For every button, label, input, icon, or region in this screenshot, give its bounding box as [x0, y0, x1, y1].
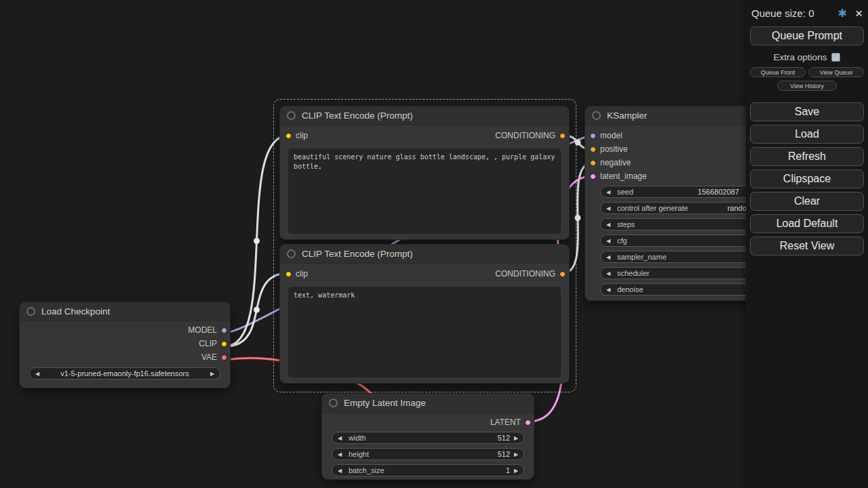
slot-label: MODEL — [188, 325, 217, 335]
slot-label: LATENT — [490, 418, 521, 427]
arrow-right-icon[interactable]: ▶ — [513, 451, 519, 458]
arrow-left-icon[interactable]: ◀ — [34, 371, 41, 377]
slot-label: CLIP — [199, 339, 217, 348]
output-slot-vae: VAE — [201, 350, 227, 364]
input-dot-latent-image[interactable] — [590, 174, 596, 180]
arrow-left-icon[interactable]: ◀ — [605, 189, 612, 195]
node-graph-canvas[interactable]: Load Checkpoint MODEL CLIP VAE ◀ v1-5-pr… — [0, 0, 868, 488]
positive-prompt-textarea[interactable]: beautiful scenery nature glass bottle la… — [288, 148, 561, 234]
output-dot-conditioning[interactable] — [559, 271, 566, 277]
arrow-left-icon[interactable]: ◀ — [336, 435, 343, 441]
node-clip-text-encode-positive[interactable]: CLIP Text Encode (Prompt) clip CONDITION… — [279, 106, 570, 240]
output-dot-vae[interactable] — [221, 354, 227, 361]
node-title: CLIP Text Encode (Prompt) — [302, 249, 413, 259]
widget-name: cfg — [617, 237, 627, 245]
node-title-bar[interactable]: CLIP Text Encode (Prompt) — [280, 106, 569, 125]
widget-value: 1566802087 — [698, 188, 739, 196]
widget-name: control after generate — [617, 204, 688, 212]
node-title-bar[interactable]: Load Checkpoint — [20, 302, 230, 321]
collapse-dot-icon[interactable] — [26, 307, 35, 316]
view-queue-button[interactable]: View Queue — [808, 67, 864, 77]
slot-label: positive — [600, 144, 628, 154]
widget-name: sampler_name — [617, 253, 667, 261]
arrow-left-icon[interactable]: ◀ — [605, 222, 612, 228]
node-load-checkpoint[interactable]: Load Checkpoint MODEL CLIP VAE ◀ v1-5-pr… — [19, 302, 231, 388]
arrow-left-icon[interactable]: ◀ — [336, 451, 343, 458]
collapse-dot-icon[interactable] — [287, 249, 296, 258]
comfy-menu-panel: Queue size: 0 ✱ × Queue Prompt Extra opt… — [746, 0, 868, 488]
queue-front-button[interactable]: Queue Front — [750, 67, 806, 77]
negative-prompt-textarea[interactable]: text, watermark — [288, 287, 561, 378]
widget-value: 512 — [498, 450, 510, 458]
arrow-right-icon[interactable]: ▶ — [513, 435, 519, 441]
arrow-left-icon[interactable]: ◀ — [605, 270, 612, 277]
arrow-left-icon[interactable]: ◀ — [605, 287, 612, 293]
node-clip-text-encode-negative[interactable]: CLIP Text Encode (Prompt) clip CONDITION… — [279, 244, 570, 384]
input-slot-clip: clip — [285, 267, 308, 281]
input-dot-negative[interactable] — [590, 160, 596, 166]
slot-label: latent_image — [600, 171, 647, 181]
output-dot-latent[interactable] — [525, 420, 531, 426]
widget-name: seed — [617, 188, 633, 196]
output-slot-latent: LATENT — [490, 415, 531, 429]
node-title: Load Checkpoint — [41, 306, 110, 317]
widget-value: 512 — [498, 434, 510, 442]
node-title: Empty Latent Image — [344, 398, 426, 408]
output-dot-clip[interactable] — [221, 341, 227, 347]
queue-size-label: Queue size: 0 — [751, 7, 814, 19]
output-slot-model: MODEL — [188, 323, 227, 337]
extra-options-checkbox[interactable] — [831, 53, 840, 62]
node-empty-latent-image[interactable]: Empty Latent Image LATENT ◀ width 512 ▶ … — [321, 393, 534, 480]
node-title-bar[interactable]: Empty Latent Image — [322, 394, 534, 413]
widget-name: batch_size — [349, 466, 384, 474]
widget-name: denoise — [617, 285, 644, 293]
output-slot-conditioning: CONDITIONING — [495, 267, 566, 281]
input-slot-negative: negative — [590, 156, 631, 169]
arrow-right-icon[interactable]: ▶ — [513, 468, 519, 474]
input-dot-clip[interactable] — [285, 271, 292, 277]
height-widget[interactable]: ◀ height 512 ▶ — [332, 448, 524, 460]
collapse-dot-icon[interactable] — [287, 111, 296, 120]
refresh-button[interactable]: Refresh — [750, 147, 864, 166]
settings-icon[interactable]: ✱ — [837, 7, 846, 20]
collapse-dot-icon[interactable] — [592, 111, 601, 120]
input-dot-clip[interactable] — [285, 133, 292, 139]
link-midpoint-dot — [254, 238, 260, 244]
widget-value: 1 — [506, 466, 510, 474]
clear-button[interactable]: Clear — [750, 192, 864, 211]
width-widget[interactable]: ◀ width 512 ▶ — [332, 432, 524, 444]
arrow-right-icon[interactable]: ▶ — [209, 371, 216, 377]
input-dot-positive[interactable] — [590, 146, 596, 152]
save-button[interactable]: Save — [750, 102, 864, 121]
clipspace-button[interactable]: Clipspace — [750, 169, 864, 188]
collapse-dot-icon[interactable] — [329, 399, 338, 407]
ckpt-name-widget[interactable]: ◀ v1-5-pruned-emaonly-fp16.safetensors ▶ — [29, 367, 220, 380]
input-slot-clip: clip — [285, 129, 308, 142]
widget-name: scheduler — [617, 269, 650, 277]
arrow-left-icon[interactable]: ◀ — [605, 254, 612, 260]
batch-size-widget[interactable]: ◀ batch_size 1 ▶ — [332, 464, 524, 476]
arrow-left-icon[interactable]: ◀ — [605, 205, 612, 211]
output-dot-model[interactable] — [221, 327, 227, 333]
output-slot-clip: CLIP — [199, 337, 227, 350]
arrow-left-icon[interactable]: ◀ — [336, 468, 343, 474]
slot-label: VAE — [201, 352, 217, 362]
widget-name: width — [349, 434, 366, 442]
reset-view-button[interactable]: Reset View — [750, 237, 864, 256]
output-dot-conditioning[interactable] — [559, 133, 566, 139]
slot-label: clip — [296, 269, 308, 279]
link-midpoint-dot — [254, 307, 260, 313]
widget-name: steps — [617, 220, 635, 228]
input-dot-model[interactable] — [590, 133, 596, 139]
arrow-left-icon[interactable]: ◀ — [605, 238, 612, 244]
slot-label: clip — [296, 131, 308, 140]
load-default-button[interactable]: Load Default — [750, 214, 864, 233]
load-button[interactable]: Load — [750, 125, 864, 144]
extra-options-label: Extra options — [774, 52, 827, 62]
node-title-bar[interactable]: CLIP Text Encode (Prompt) — [280, 245, 569, 264]
view-history-button[interactable]: View History — [777, 81, 837, 91]
queue-prompt-button[interactable]: Queue Prompt — [750, 26, 864, 45]
input-slot-model: model — [590, 129, 623, 142]
close-menu-icon[interactable]: × — [855, 9, 863, 18]
slot-label: CONDITIONING — [495, 269, 555, 279]
